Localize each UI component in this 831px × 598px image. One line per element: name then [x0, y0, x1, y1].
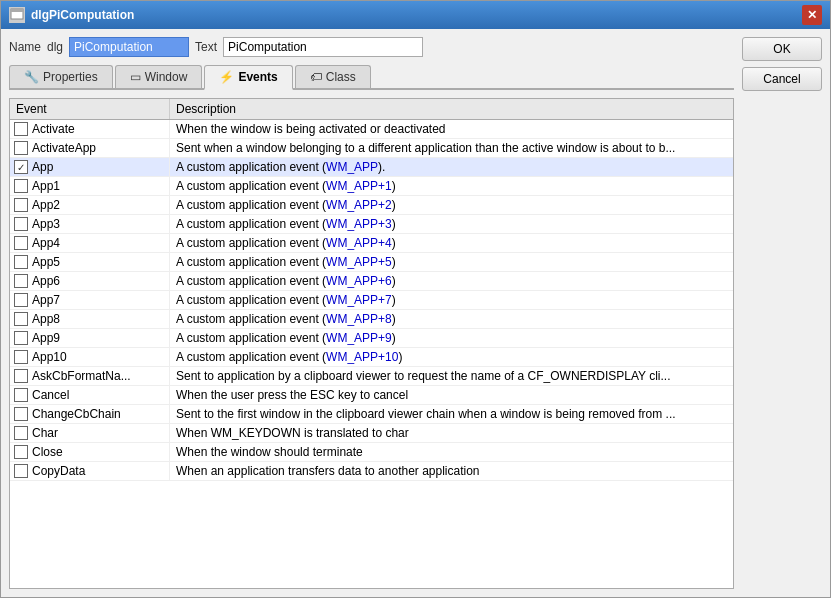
row-event-cell: App5: [10, 253, 170, 271]
ok-button[interactable]: OK: [742, 37, 822, 61]
wm-code: WM_APP+10: [326, 350, 398, 364]
tab-window[interactable]: ▭ Window: [115, 65, 203, 88]
row-checkbox[interactable]: [14, 464, 28, 478]
row-checkbox[interactable]: [14, 255, 28, 269]
row-event-cell: App6: [10, 272, 170, 290]
row-event-cell: App10: [10, 348, 170, 366]
table-row: Char When WM_KEYDOWN is translated to ch…: [10, 424, 733, 443]
name-input[interactable]: [69, 37, 189, 57]
window-tab-icon: ▭: [130, 70, 141, 84]
wm-code: WM_APP+7: [326, 293, 392, 307]
row-desc-cell: When the window should terminate: [170, 443, 733, 461]
wm-code: WM_APP+8: [326, 312, 392, 326]
row-event-cell: Cancel: [10, 386, 170, 404]
event-name: App9: [32, 331, 60, 345]
wm-code: WM_APP: [326, 160, 378, 174]
window-title: dlgPiComputation: [31, 8, 134, 22]
row-checkbox[interactable]: [14, 160, 28, 174]
row-event-cell: App9: [10, 329, 170, 347]
event-name: App3: [32, 217, 60, 231]
event-name: App1: [32, 179, 60, 193]
table-row: AskCbFormatNa... Sent to application by …: [10, 367, 733, 386]
event-name: App2: [32, 198, 60, 212]
row-desc-cell: When WM_KEYDOWN is translated to char: [170, 424, 733, 442]
wm-code: WM_APP+3: [326, 217, 392, 231]
row-checkbox[interactable]: [14, 198, 28, 212]
row-checkbox[interactable]: [14, 350, 28, 364]
wm-code: WM_APP+4: [326, 236, 392, 250]
table-row: App3 A custom application event (WM_APP+…: [10, 215, 733, 234]
table-row: CopyData When an application transfers d…: [10, 462, 733, 481]
row-event-cell: Close: [10, 443, 170, 461]
row-desc-cell: A custom application event (WM_APP+10): [170, 348, 733, 366]
event-name: App5: [32, 255, 60, 269]
event-name: App7: [32, 293, 60, 307]
titlebar: dlgPiComputation ✕: [1, 1, 830, 29]
event-name: App: [32, 160, 53, 174]
row-checkbox[interactable]: [14, 407, 28, 421]
row-desc-cell: Sent when a window belonging to a differ…: [170, 139, 733, 157]
row-desc-cell: When an application transfers data to an…: [170, 462, 733, 480]
table-row: App A custom application event (WM_APP).: [10, 158, 733, 177]
table-header: Event Description: [10, 99, 733, 120]
row-checkbox[interactable]: [14, 179, 28, 193]
table-row: App10 A custom application event (WM_APP…: [10, 348, 733, 367]
event-name: Activate: [32, 122, 75, 136]
row-checkbox[interactable]: [14, 274, 28, 288]
event-name: Char: [32, 426, 58, 440]
table-row: Cancel When the user press the ESC key t…: [10, 386, 733, 405]
tab-events[interactable]: ⚡ Events: [204, 65, 292, 90]
row-event-cell: App7: [10, 291, 170, 309]
row-checkbox[interactable]: [14, 293, 28, 307]
table-row: Close When the window should terminate: [10, 443, 733, 462]
tab-window-label: Window: [145, 70, 188, 84]
wm-code: WM_APP+6: [326, 274, 392, 288]
row-checkbox[interactable]: [14, 445, 28, 459]
row-checkbox[interactable]: [14, 369, 28, 383]
event-name: Close: [32, 445, 63, 459]
row-desc-cell: Sent to the first window in the clipboar…: [170, 405, 733, 423]
tab-class[interactable]: 🏷 Class: [295, 65, 371, 88]
text-input[interactable]: [223, 37, 423, 57]
table-row: App2 A custom application event (WM_APP+…: [10, 196, 733, 215]
row-desc-cell: A custom application event (WM_APP+3): [170, 215, 733, 233]
col-event-header: Event: [10, 99, 170, 119]
name-label: Name: [9, 40, 41, 54]
class-icon: 🏷: [310, 70, 322, 84]
row-desc-cell: A custom application event (WM_APP+9): [170, 329, 733, 347]
row-event-cell: App2: [10, 196, 170, 214]
event-name: Cancel: [32, 388, 69, 402]
row-checkbox[interactable]: [14, 331, 28, 345]
row-desc-cell: A custom application event (WM_APP+5): [170, 253, 733, 271]
row-checkbox[interactable]: [14, 426, 28, 440]
row-checkbox[interactable]: [14, 217, 28, 231]
row-event-cell: ChangeCbChain: [10, 405, 170, 423]
main-area: Name dlg Text 🔧 Properties ▭ Window ⚡: [9, 37, 734, 589]
cancel-button[interactable]: Cancel: [742, 67, 822, 91]
row-checkbox[interactable]: [14, 141, 28, 155]
row-desc-cell: A custom application event (WM_APP+1): [170, 177, 733, 195]
row-event-cell: AskCbFormatNa...: [10, 367, 170, 385]
table-row: ActivateApp Sent when a window belonging…: [10, 139, 733, 158]
row-desc-cell: When the window is being activated or de…: [170, 120, 733, 138]
event-name: App10: [32, 350, 67, 364]
table-row: App7 A custom application event (WM_APP+…: [10, 291, 733, 310]
row-checkbox[interactable]: [14, 312, 28, 326]
titlebar-left: dlgPiComputation: [9, 7, 134, 23]
row-desc-cell: When the user press the ESC key to cance…: [170, 386, 733, 404]
row-checkbox[interactable]: [14, 236, 28, 250]
row-checkbox[interactable]: [14, 122, 28, 136]
wm-code: WM_APP+1: [326, 179, 392, 193]
text-label: Text: [195, 40, 217, 54]
event-name: CopyData: [32, 464, 85, 478]
row-event-cell: Activate: [10, 120, 170, 138]
close-button[interactable]: ✕: [802, 5, 822, 25]
dlg-label: dlg: [47, 40, 63, 54]
row-checkbox[interactable]: [14, 388, 28, 402]
tab-properties[interactable]: 🔧 Properties: [9, 65, 113, 88]
row-desc-cell: A custom application event (WM_APP+7): [170, 291, 733, 309]
row-event-cell: CopyData: [10, 462, 170, 480]
table-row: App4 A custom application event (WM_APP+…: [10, 234, 733, 253]
row-desc-cell: A custom application event (WM_APP+2): [170, 196, 733, 214]
row-desc-cell: A custom application event (WM_APP).: [170, 158, 733, 176]
